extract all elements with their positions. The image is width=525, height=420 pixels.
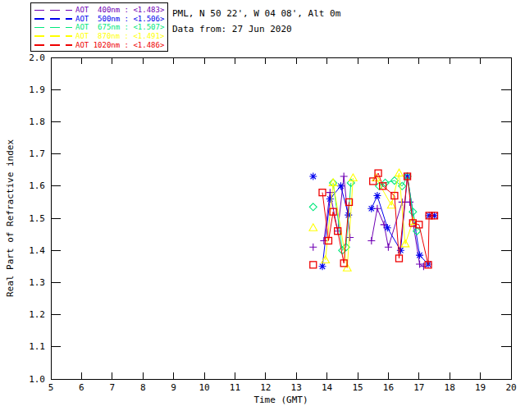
y-axis-tick-label: 1.0 bbox=[29, 374, 45, 385]
y-axis-tick-label: 1.3 bbox=[29, 277, 45, 288]
asterisk-marker-icon bbox=[337, 182, 345, 189]
asterisk-marker-icon bbox=[384, 224, 391, 231]
asterisk-marker-icon bbox=[318, 262, 326, 270]
asterisk-marker-icon bbox=[309, 173, 317, 180]
legend-dash-icon bbox=[34, 18, 72, 20]
y-axis-tick-label: 1.5 bbox=[29, 213, 45, 224]
x-axis-tick-label: 20 bbox=[505, 382, 516, 393]
plot-border bbox=[51, 57, 511, 379]
diamond-marker-icon bbox=[309, 203, 317, 211]
y-axis-tick-label: 1.9 bbox=[29, 84, 45, 95]
asterisk-marker-icon bbox=[326, 195, 334, 203]
square-marker-icon bbox=[310, 262, 317, 268]
x-axis-tick-label: 15 bbox=[352, 382, 363, 393]
x-axis-tick-label: 5 bbox=[48, 382, 54, 393]
x-axis-tick-label: 7 bbox=[109, 382, 115, 393]
x-axis-tick-label: 17 bbox=[413, 382, 424, 393]
legend-item-label: AOT 1020nm : <1.486> bbox=[75, 41, 164, 50]
legend-item-label: AOT 870nm : <1.491> bbox=[75, 32, 164, 41]
plus-marker-icon bbox=[309, 244, 317, 251]
y-axis-tick-label: 1.8 bbox=[29, 116, 45, 127]
y-axis-tick-label: 1.7 bbox=[29, 148, 45, 159]
x-axis-tick-label: 10 bbox=[199, 382, 209, 393]
legend-dash-icon bbox=[34, 35, 72, 37]
x-axis-tick-label: 18 bbox=[445, 382, 455, 393]
y-axis-tick-label: 1.1 bbox=[29, 341, 45, 352]
legend-item-label: AOT 500nm : <1.506> bbox=[75, 15, 164, 24]
plus-marker-icon bbox=[385, 244, 392, 251]
plus-marker-icon bbox=[368, 237, 375, 244]
x-axis-tick-label: 6 bbox=[79, 382, 84, 393]
x-axis-title: Time (GMT) bbox=[253, 395, 308, 405]
plus-marker-icon bbox=[340, 173, 348, 180]
x-axis-tick-label: 8 bbox=[140, 382, 146, 393]
plus-marker-icon bbox=[320, 237, 327, 244]
legend-item-label: AOT 675nm : <1.507> bbox=[75, 23, 164, 32]
legend-item-label: AOT 400nm : <1.483> bbox=[75, 6, 164, 15]
legend-item: AOT 675nm : <1.507> bbox=[34, 23, 164, 32]
series-line bbox=[379, 176, 417, 231]
refractive-index-chart: 5678910111213141516171819201.01.11.21.31… bbox=[0, 0, 525, 420]
y-axis-tick-label: 1.4 bbox=[29, 245, 45, 256]
x-axis-tick-label: 13 bbox=[291, 382, 302, 393]
legend-item: AOT 400nm : <1.483> bbox=[34, 6, 164, 15]
x-axis-tick-label: 16 bbox=[383, 382, 394, 393]
date-info-text: Data from: 27 Jun 2020 bbox=[172, 21, 340, 37]
header: PML, N 50 22', W 04 08', Alt 0m Data fro… bbox=[172, 6, 340, 37]
x-axis-tick-label: 19 bbox=[475, 382, 486, 393]
y-axis-tick-label: 1.2 bbox=[29, 309, 45, 320]
x-axis-tick-label: 12 bbox=[260, 382, 271, 393]
plus-marker-icon bbox=[346, 234, 354, 241]
x-axis-tick-label: 14 bbox=[322, 382, 333, 393]
y-axis-tick-label: 2.0 bbox=[29, 52, 45, 63]
legend-dash-icon bbox=[34, 27, 72, 29]
asterisk-marker-icon bbox=[373, 192, 381, 199]
x-axis-tick-label: 9 bbox=[171, 382, 176, 393]
y-axis-title: Real Part of Refractive index bbox=[5, 139, 16, 297]
asterisk-marker-icon bbox=[416, 252, 423, 259]
y-axis-tick-label: 1.6 bbox=[29, 180, 45, 191]
plot-page: 5678910111213141516171819201.01.11.21.31… bbox=[0, 0, 525, 420]
triangle-marker-icon bbox=[309, 224, 317, 231]
legend-box: AOT 400nm : <1.483>AOT 500nm : <1.506>AO… bbox=[30, 2, 168, 52]
legend-item: AOT 500nm : <1.506> bbox=[34, 15, 164, 24]
legend-dash-icon bbox=[34, 44, 72, 46]
legend-item: AOT 870nm : <1.491> bbox=[34, 32, 164, 41]
legend-dash-icon bbox=[34, 10, 72, 11]
legend-item: AOT 1020nm : <1.486> bbox=[34, 41, 164, 50]
x-axis-tick-label: 11 bbox=[230, 382, 240, 393]
asterisk-marker-icon bbox=[368, 205, 375, 212]
site-info-text: PML, N 50 22', W 04 08', Alt 0m bbox=[172, 6, 340, 21]
